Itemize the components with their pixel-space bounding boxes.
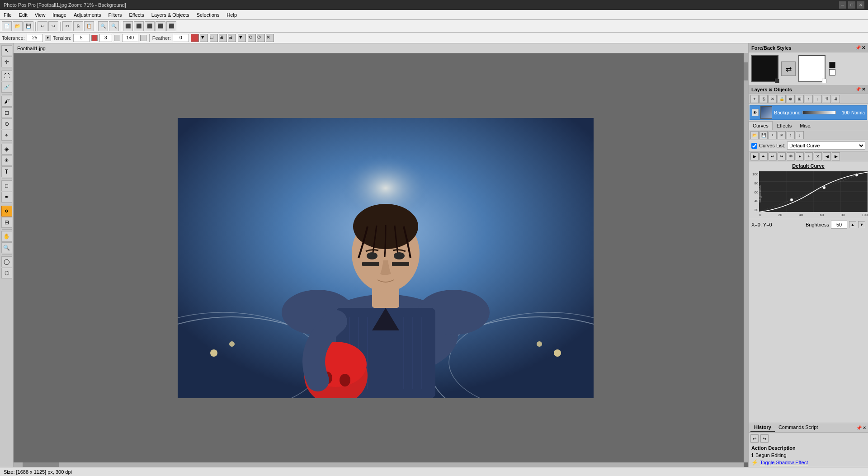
titlebar-controls[interactable]: ─ □ ✕	[839, 1, 864, 9]
tab-commands[interactable]: Commands Script	[775, 423, 821, 432]
curve-close2[interactable]: ✕	[814, 152, 822, 160]
tool-select[interactable]: ↖	[1, 45, 12, 56]
val140-input[interactable]	[122, 34, 138, 42]
tab-effects[interactable]: Effects	[773, 121, 796, 130]
curve-undo[interactable]: ↩	[769, 152, 777, 160]
back-color-swatch[interactable]	[798, 55, 826, 82]
swatch2[interactable]	[114, 35, 120, 41]
adj-save[interactable]: 💾	[760, 131, 768, 139]
tool-move[interactable]: ✛	[1, 57, 12, 67]
layer-opacity-slider[interactable]	[802, 111, 836, 114]
fore-down-arrow[interactable]	[775, 79, 779, 83]
h-scroll-thumb[interactable]	[23, 462, 59, 467]
tool-brush[interactable]: 🖌	[1, 96, 12, 107]
tool4[interactable]: ⬛	[156, 21, 165, 31]
close-btn[interactable]: ✕	[857, 1, 864, 9]
layer-item-background[interactable]: 👁 Background 100 Norma	[750, 105, 867, 120]
curve-graph[interactable]: Brightness	[759, 171, 868, 212]
adj-open[interactable]: 📂	[750, 131, 759, 139]
layer-down[interactable]: ↓	[814, 95, 822, 103]
val3-input[interactable]	[99, 34, 112, 42]
tool-crop[interactable]: ⛶	[1, 71, 12, 81]
brightness-down[interactable]: ▼	[858, 221, 865, 228]
tool-eyedrop[interactable]: 💉	[1, 82, 12, 93]
history-pin[interactable]: 📌	[856, 425, 862, 430]
tool3[interactable]: ⬛	[145, 21, 155, 31]
adj-down[interactable]: ↓	[796, 131, 804, 139]
canvas-scrollbar-v[interactable]	[744, 53, 748, 462]
feather-input[interactable]	[173, 34, 189, 42]
new-btn[interactable]: 📄	[2, 21, 12, 31]
reset-bg-btn[interactable]	[829, 69, 835, 75]
menu-effects[interactable]: Effects	[125, 11, 147, 19]
tool1[interactable]: ⬛	[123, 21, 133, 31]
canvas-content[interactable]	[27, 53, 744, 462]
undo-hist-btn[interactable]: ↩	[750, 434, 759, 443]
layers-close[interactable]: ✕	[862, 87, 865, 92]
tool2[interactable]: ⬛	[134, 21, 144, 31]
tab-curves[interactable]: Curves	[749, 121, 773, 130]
open-btn[interactable]: 📂	[13, 21, 23, 31]
curve-pen[interactable]: ✒	[760, 152, 768, 160]
menu-layers-objects[interactable]: Layers & Objects	[148, 11, 193, 19]
reset-fg-btn[interactable]	[829, 62, 835, 68]
pin-icon[interactable]: 📌	[855, 45, 861, 50]
brightness-up[interactable]: ▲	[849, 221, 856, 228]
layer-merge[interactable]: ⊕	[787, 95, 795, 103]
curve-left[interactable]: ◀	[823, 152, 831, 160]
redo-btn[interactable]: ↪	[48, 21, 58, 31]
adj-new[interactable]: +	[769, 131, 777, 139]
tool-magic-wand[interactable]: ⭘	[1, 206, 12, 217]
canvas-tab[interactable]: Football1.jpg	[14, 43, 748, 53]
menu-adjustments[interactable]: Adjustments	[70, 11, 105, 19]
menu-filters[interactable]: Filters	[104, 11, 125, 19]
copy-btn[interactable]: ⎘	[73, 21, 83, 31]
fore-back-close[interactable]: ✕	[862, 45, 865, 50]
paste-btn[interactable]: 📋	[84, 21, 94, 31]
action-link-2[interactable]: Toggle Shadow Effect	[760, 460, 808, 465]
mc1[interactable]: ⟲	[248, 34, 256, 42]
minimize-btn[interactable]: ─	[839, 1, 846, 9]
layer-lock[interactable]: 🔒	[778, 95, 786, 103]
tolerance-input[interactable]	[27, 34, 43, 42]
layer-new[interactable]: +	[750, 95, 759, 103]
fc2[interactable]: ▼	[200, 34, 208, 42]
zoom-out-btn[interactable]: 🔍	[109, 21, 119, 31]
curve-redo-c[interactable]: ↪	[778, 152, 786, 160]
layer-copy[interactable]: ⎘	[760, 95, 768, 103]
v-scroll-thumb[interactable]	[744, 62, 748, 80]
adj-up[interactable]: ↑	[787, 131, 795, 139]
tool-gradient[interactable]: ⊟	[1, 217, 12, 228]
tool-pen[interactable]: ✒	[1, 192, 12, 203]
fc1[interactable]	[191, 34, 199, 42]
brightness-input[interactable]	[831, 221, 847, 229]
curve-add[interactable]: +	[805, 152, 813, 160]
adj-del[interactable]: ✕	[778, 131, 786, 139]
tool-shape[interactable]: □	[1, 180, 12, 191]
tool-sharpen[interactable]: ◈	[1, 144, 12, 155]
menu-selections[interactable]: Selections	[193, 11, 223, 19]
curves-list-select[interactable]: Default Curve	[787, 141, 865, 150]
cut-btn[interactable]: ✂	[62, 21, 72, 31]
tool-text[interactable]: T	[1, 166, 12, 177]
curve-play[interactable]: ▶	[750, 152, 759, 160]
history-close[interactable]: ✕	[863, 425, 866, 430]
layer-visibility[interactable]: 👁	[752, 109, 759, 116]
menu-file[interactable]: File	[0, 11, 15, 19]
sc3[interactable]: ⊟	[228, 34, 236, 42]
back-down-arrow[interactable]	[822, 79, 826, 83]
zoom-in-btn[interactable]: 🔍	[98, 21, 108, 31]
sc1[interactable]: □	[210, 34, 218, 42]
tool-zoom[interactable]: 🔍	[1, 242, 12, 253]
main-image[interactable]	[178, 118, 594, 398]
sel-opt1[interactable]: ▼	[238, 34, 246, 42]
sc2[interactable]: ⊞	[219, 34, 227, 42]
layers-pin[interactable]: 📌	[855, 87, 861, 92]
save-btn[interactable]: 💾	[24, 21, 33, 31]
swap-colors-btn[interactable]: ⇄	[781, 61, 796, 76]
tool-heal[interactable]: ⌖	[1, 130, 12, 141]
menu-image[interactable]: Image	[49, 11, 70, 19]
tool-clone[interactable]: ⊙	[1, 118, 12, 129]
tool-dodge[interactable]: ☀	[1, 155, 12, 166]
swatch3[interactable]	[140, 35, 146, 41]
